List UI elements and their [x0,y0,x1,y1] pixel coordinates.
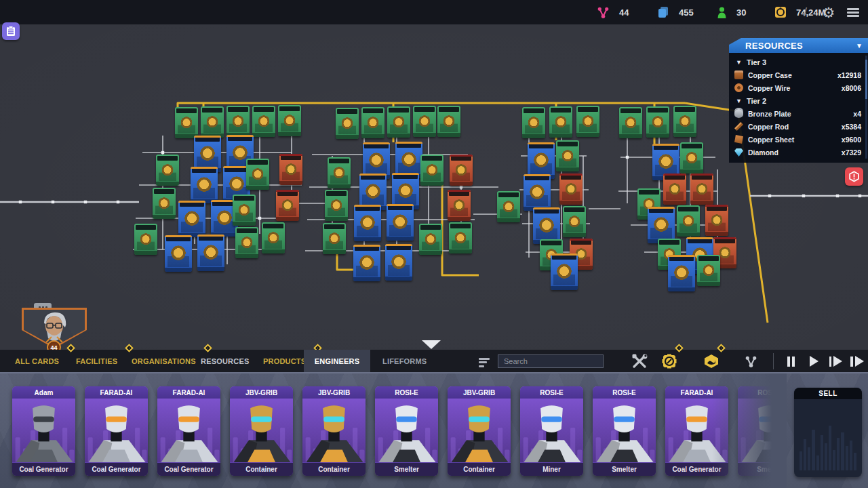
board-card[interactable] [385,244,412,281]
board-card[interactable] [556,140,579,171]
board-card[interactable] [153,188,176,219]
resource-group-header[interactable]: ▼Tier 2 [733,94,861,107]
resource-row[interactable]: Diamondx7329 [733,146,861,159]
filter-icon[interactable] [479,356,490,369]
hand-card[interactable]: JBV-GRIBContainer [448,386,511,476]
board-card[interactable] [576,106,599,137]
board-card[interactable] [705,205,728,236]
tab-resources[interactable]: RESOURCES [195,350,254,372]
hand-card[interactable]: ROSI-ESmelter [593,386,656,476]
board-card[interactable] [559,174,583,205]
board-card[interactable] [262,222,285,253]
board-card[interactable] [668,255,695,291]
menu-button[interactable] [843,2,863,22]
board-card[interactable] [353,245,380,281]
board-card[interactable] [191,167,218,203]
fast-forward-button[interactable] [826,353,845,369]
board-card[interactable] [387,106,410,138]
board-card[interactable] [663,174,686,205]
board-card[interactable] [497,191,520,222]
pause-button[interactable] [781,353,800,369]
board-card[interactable] [551,253,578,290]
hexagon-tool-button[interactable] [701,352,722,371]
tab-organisations[interactable]: ORGANISATIONS [126,350,201,372]
resource-row[interactable]: Copper Wirex8006 [733,81,861,94]
board-card[interactable] [413,106,436,137]
board-card[interactable] [549,106,572,138]
board-card[interactable] [563,206,586,237]
board-card[interactable] [323,223,346,254]
board-card[interactable] [156,155,179,186]
board-card[interactable] [648,207,675,243]
play-button[interactable] [804,353,823,369]
board-card[interactable] [252,106,275,137]
board-card[interactable] [165,235,192,272]
board-card[interactable] [175,107,198,138]
board-card[interactable] [235,227,258,258]
tools-tool-button[interactable] [629,352,650,371]
board-card[interactable] [522,107,545,138]
resource-group-header[interactable]: ▼Tier 3 [733,56,861,68]
board-card[interactable] [677,205,700,237]
board-card[interactable] [387,204,414,241]
board-card[interactable] [354,205,381,241]
gear-coin-tool-button[interactable] [659,352,679,371]
hand-card[interactable]: ROSI-ESmelter [375,386,438,476]
board-card[interactable] [279,154,302,185]
hand-card[interactable]: ROSI-ESmelter [738,386,787,476]
board-card[interactable] [450,155,473,186]
board-card[interactable] [419,224,442,255]
resource-row[interactable]: Copper Rodx5384 [733,120,861,133]
board-card[interactable] [646,106,669,138]
skip-forward-button[interactable] [848,353,867,369]
board-card[interactable] [619,107,642,138]
resource-row[interactable]: Bronze Platex4 [733,107,861,120]
board-card[interactable] [233,195,256,226]
hand-card[interactable]: FARAD-AICoal Generator [665,386,728,476]
board-card[interactable] [437,106,460,137]
board-card[interactable] [420,155,443,186]
tray-collapse-handle[interactable] [422,340,441,349]
search-input[interactable] [498,354,604,368]
board-card[interactable] [449,222,472,253]
board-card[interactable] [533,207,560,244]
tasks-button[interactable] [2,22,20,40]
resources-panel-header[interactable]: RESOURCES ▼ [729,38,868,53]
board-card[interactable] [328,157,351,188]
board-card[interactable] [201,106,224,138]
tab-facilities[interactable]: FACILITIES [71,350,123,372]
resource-row[interactable]: Copper Casex12918 [733,68,861,81]
board-card[interactable] [690,174,713,205]
hand-card[interactable]: AdamCoal Generator [12,386,75,476]
hand-card[interactable]: ROSI-EMiner [520,386,583,476]
hand-card[interactable]: JBV-GRIBContainer [302,386,366,476]
board-card[interactable] [448,190,471,221]
board-card[interactable] [197,235,224,271]
board-card[interactable] [697,255,720,286]
board-card[interactable] [325,190,348,221]
node-tool-button[interactable] [741,352,761,371]
board-card[interactable] [226,106,250,137]
board-card[interactable] [278,105,301,136]
board-card[interactable] [178,201,205,237]
board-card[interactable] [336,108,359,139]
board-card[interactable] [276,190,299,221]
hand-card[interactable]: JBV-GRIBContainer [230,386,293,476]
board-card[interactable] [246,159,269,190]
board-card[interactable] [524,174,551,211]
board-card[interactable] [680,142,703,174]
sell-panel[interactable]: SELL [794,388,862,477]
tab-all-cards[interactable]: ALL CARDS [9,350,64,372]
hand-card[interactable]: FARAD-AICoal Generator [85,386,148,476]
tab-lifeforms[interactable]: LIFEFORMS [377,350,432,372]
settings-button[interactable]: ⚙ [818,2,839,22]
alert-button[interactable] [845,167,863,186]
resources-scrollbar[interactable] [865,56,867,159]
tab-engineers[interactable]: ENGINEERS [304,350,370,372]
board-card[interactable] [134,224,157,255]
board-card[interactable] [361,107,384,138]
board-card[interactable] [673,106,696,137]
resource-row[interactable]: Copper Sheetx9600 [733,133,861,146]
board-card[interactable] [528,142,555,179]
hand-card[interactable]: FARAD-AICoal Generator [157,386,220,476]
